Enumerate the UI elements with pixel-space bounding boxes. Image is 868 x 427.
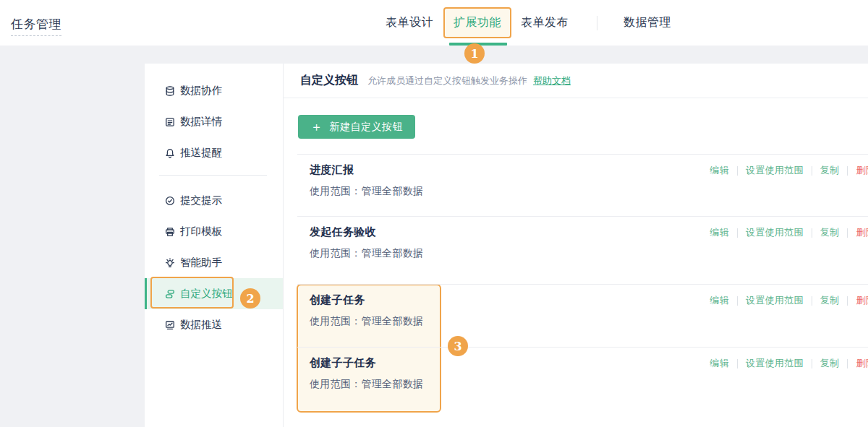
delete-link[interactable]: 删除 xyxy=(856,357,868,370)
annotation-badge-3: 3 xyxy=(448,336,468,356)
item-scope: 使用范围：管理全部数据 xyxy=(310,314,868,328)
annotation-badge-1: 1 xyxy=(464,43,485,64)
action-divider xyxy=(812,228,812,238)
edit-link[interactable]: 编辑 xyxy=(710,294,729,307)
action-divider xyxy=(737,296,738,306)
sidebar-item-label: 数据协作 xyxy=(180,84,222,98)
delete-link[interactable]: 删除 xyxy=(856,294,868,307)
tab-form-publish[interactable]: 表单发布 xyxy=(521,15,569,30)
list-item-create-sub-subtask: 创建子子任务 使用范围：管理全部数据 编辑 设置使用范围 复制 删除 xyxy=(297,347,868,413)
sidebar-item-label: 打印模板 xyxy=(180,225,222,238)
custom-button-icon xyxy=(164,288,176,300)
item-scope: 使用范围：管理全部数据 xyxy=(310,184,868,198)
document-icon xyxy=(164,116,176,128)
sidebar-item-smart-assistant[interactable]: 智能助手 xyxy=(145,247,283,278)
sidebar-item-data-details[interactable]: 数据详情 xyxy=(145,106,283,137)
action-divider xyxy=(812,296,812,306)
sidebar-item-label: 智能助手 xyxy=(180,256,222,269)
bell-icon xyxy=(164,147,176,159)
action-divider xyxy=(847,359,848,368)
item-scope: 使用范围：管理全部数据 xyxy=(310,246,868,260)
action-divider xyxy=(737,166,738,176)
topbar: 任务管理 表单设计 扩展功能 表单发布 数据管理 1 xyxy=(0,0,868,46)
new-button-label: 新建自定义按钮 xyxy=(330,121,404,134)
page-subtitle: 允许成员通过自定义按钮触发业务操作 xyxy=(367,74,527,87)
action-divider xyxy=(812,359,812,368)
main-panel: 自定义按钮 允许成员通过自定义按钮触发业务操作 帮助文档 ＋ 新建自定义按钮 进… xyxy=(284,64,868,427)
sidebar-item-label: 数据详情 xyxy=(180,115,222,129)
check-circle-icon xyxy=(164,195,176,207)
copy-link[interactable]: 复制 xyxy=(820,294,840,307)
delete-link[interactable]: 删除 xyxy=(856,164,868,177)
copy-link[interactable]: 复制 xyxy=(820,357,840,370)
printer-icon xyxy=(164,226,176,238)
row-actions: 编辑 设置使用范围 复制 删除 xyxy=(710,164,868,177)
item-scope: 使用范围：管理全部数据 xyxy=(310,376,868,391)
chart-line-icon xyxy=(164,319,176,331)
copy-link[interactable]: 复制 xyxy=(820,226,840,239)
page-title: 自定义按钮 xyxy=(300,73,358,88)
list-item-create-subtask: 创建子任务 使用范围：管理全部数据 编辑 设置使用范围 复制 删除 xyxy=(297,284,868,347)
edit-link[interactable]: 编辑 xyxy=(710,164,729,177)
action-divider xyxy=(847,296,848,306)
new-custom-button-button[interactable]: ＋ 新建自定义按钮 xyxy=(298,115,415,139)
edit-link[interactable]: 编辑 xyxy=(710,226,729,239)
database-icon xyxy=(164,85,176,97)
topbar-tabs: 表单设计 扩展功能 表单发布 数据管理 xyxy=(386,0,671,46)
set-scope-link[interactable]: 设置使用范围 xyxy=(746,164,804,177)
sidebar-item-label: 自定义按钮 xyxy=(180,287,233,301)
set-scope-link[interactable]: 设置使用范围 xyxy=(746,226,804,239)
list-item-progress-report: 进度汇报 使用范围：管理全部数据 编辑 设置使用范围 复制 删除 xyxy=(297,154,868,216)
topbar-divider xyxy=(597,16,597,30)
set-scope-link[interactable]: 设置使用范围 xyxy=(746,357,804,370)
row-actions: 编辑 设置使用范围 复制 删除 xyxy=(710,226,868,239)
sidebar-item-label: 数据推送 xyxy=(180,318,222,332)
plus-icon: ＋ xyxy=(310,121,323,133)
action-divider xyxy=(812,166,812,176)
action-divider xyxy=(737,228,738,238)
list-item-task-acceptance: 发起任务验收 使用范围：管理全部数据 编辑 设置使用范围 复制 删除 xyxy=(297,216,868,284)
copy-link[interactable]: 复制 xyxy=(820,164,840,177)
app-title[interactable]: 任务管理 xyxy=(11,16,61,36)
tab-form-design[interactable]: 表单设计 xyxy=(386,15,433,30)
sidebar-divider xyxy=(159,175,267,176)
sidebar-item-label: 推送提醒 xyxy=(180,146,222,160)
help-doc-link[interactable]: 帮助文档 xyxy=(533,74,571,87)
sidebar-item-label: 提交提示 xyxy=(180,194,222,207)
tab-data-management[interactable]: 数据管理 xyxy=(624,15,671,30)
annotation-badge-2: 2 xyxy=(240,288,260,309)
row-actions: 编辑 设置使用范围 复制 删除 xyxy=(710,294,868,307)
sidebar: 数据协作 数据详情 推送提醒 提交提示 打印模板 智能助手 自定义 xyxy=(145,64,284,427)
sidebar-item-print-template[interactable]: 打印模板 xyxy=(145,216,283,247)
sidebar-item-data-push[interactable]: 数据推送 xyxy=(145,309,283,340)
sidebar-item-submit-tips[interactable]: 提交提示 xyxy=(145,185,283,216)
lightbulb-icon xyxy=(164,257,176,269)
main-header: 自定义按钮 允许成员通过自定义按钮触发业务操作 帮助文档 xyxy=(284,64,868,98)
action-divider xyxy=(847,228,848,238)
edit-link[interactable]: 编辑 xyxy=(710,357,729,370)
sidebar-item-push-reminder[interactable]: 推送提醒 xyxy=(145,137,283,168)
sidebar-item-data-collaboration[interactable]: 数据协作 xyxy=(145,75,283,106)
action-divider xyxy=(737,359,738,368)
set-scope-link[interactable]: 设置使用范围 xyxy=(746,294,804,307)
action-divider xyxy=(847,166,848,176)
custom-button-list: 进度汇报 使用范围：管理全部数据 编辑 设置使用范围 复制 删除 发起任务验收 … xyxy=(284,154,868,427)
sidebar-item-custom-buttons[interactable]: 自定义按钮 xyxy=(145,278,283,309)
tab-extensions[interactable]: 扩展功能 xyxy=(443,7,511,38)
row-actions: 编辑 设置使用范围 复制 删除 xyxy=(710,357,868,370)
delete-link[interactable]: 删除 xyxy=(856,226,868,239)
